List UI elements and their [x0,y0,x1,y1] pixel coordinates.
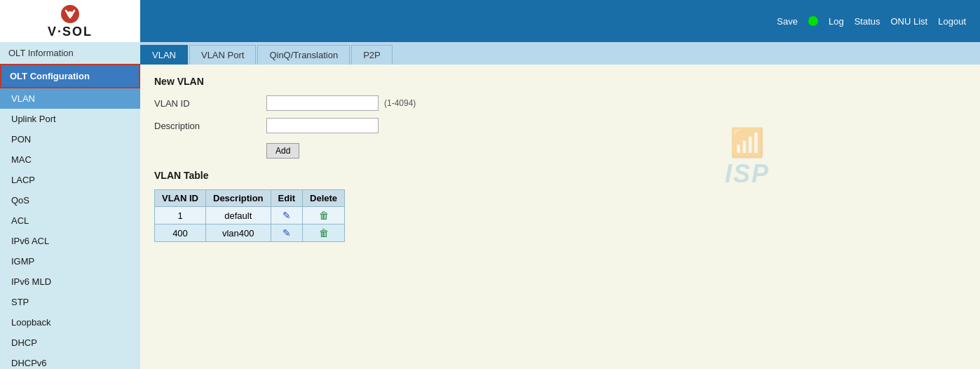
svg-point-1 [67,11,73,17]
vlan-table-section: VLAN Table VLAN ID Description Edit Dele… [154,170,966,242]
description-input[interactable] [266,118,379,133]
tab-qinq-translation[interactable]: QinQ/Translation [257,45,350,65]
vlan-id-cell: 400 [155,224,206,242]
new-vlan-title: New VLAN [154,76,966,87]
table-row: 400vlan400✎🗑 [155,224,345,242]
delete-cell: 🗑 [303,207,345,224]
vlan-table: VLAN ID Description Edit Delete 1default… [154,189,345,242]
onu-list-link[interactable]: ONU List [891,16,928,27]
table-header-row: VLAN ID Description Edit Delete [155,190,345,207]
save-button[interactable]: Save [777,16,798,27]
description-cell: default [206,207,271,224]
tab-bar: VLAN VLAN Port QinQ/Translation P2P [140,42,980,65]
col-delete: Delete [303,190,345,207]
vlan-id-input[interactable] [266,95,379,111]
sidebar-olt-info: OLT Information [0,42,140,64]
col-description: Description [206,190,271,207]
logo-area: V·SOL [0,0,140,42]
log-link[interactable]: Log [829,16,844,27]
sidebar-item-igmp[interactable]: IGMP [0,251,140,271]
edit-button[interactable]: ✎ [283,227,291,239]
isp-wifi-icon: 📶 [725,126,770,159]
tab-vlan[interactable]: VLAN [140,45,188,65]
table-row: 1default✎🗑 [155,207,345,224]
isp-text: ISP [725,159,770,189]
description-row: Description [154,118,966,133]
delete-button[interactable]: 🗑 [319,227,329,239]
status-indicator [808,16,818,26]
content-area: New VLAN VLAN ID (1-4094) Description Ad… [140,65,980,253]
sidebar-item-uplink-port[interactable]: Uplink Port [0,109,140,129]
header: Save Log Status ONU List Logout [0,0,980,42]
col-vlan-id: VLAN ID [155,190,206,207]
header-actions: Save Log Status ONU List Logout [777,16,966,27]
logout-link[interactable]: Logout [938,16,966,27]
main-content: VLAN VLAN Port QinQ/Translation P2P New … [140,42,980,369]
sidebar: OLT Information OLT Configuration VLAN U… [0,42,140,369]
vlan-id-hint: (1-4094) [384,98,416,108]
delete-cell: 🗑 [303,224,345,242]
delete-button[interactable]: 🗑 [319,210,329,221]
vlan-table-title: VLAN Table [154,170,966,181]
sidebar-item-dhcpv6[interactable]: DHCPv6 [0,353,140,369]
description-label: Description [154,121,266,131]
edit-cell: ✎ [271,224,303,242]
tab-vlan-port[interactable]: VLAN Port [189,45,256,65]
sidebar-item-dhcp[interactable]: DHCP [0,333,140,353]
isp-watermark: 📶 ISP [725,126,770,189]
sidebar-item-pon[interactable]: PON [0,129,140,149]
vlan-id-row: VLAN ID (1-4094) [154,95,966,111]
add-button-row: Add [154,140,966,159]
status-link[interactable]: Status [855,16,880,27]
sidebar-item-ipv6-acl[interactable]: IPv6 ACL [0,231,140,251]
vlan-id-label: VLAN ID [154,98,266,109]
sidebar-item-stp[interactable]: STP [0,292,140,312]
main-layout: OLT Information OLT Configuration VLAN U… [0,42,980,369]
vlan-id-cell: 1 [155,207,206,224]
edit-cell: ✎ [271,207,303,224]
edit-button[interactable]: ✎ [283,210,291,221]
sidebar-item-loopback[interactable]: Loopback [0,312,140,333]
sidebar-item-ipv6-mld[interactable]: IPv6 MLD [0,271,140,292]
sidebar-olt-config[interactable]: OLT Configuration [0,64,140,88]
add-button[interactable]: Add [266,143,299,159]
sidebar-item-lacp[interactable]: LACP [0,170,140,190]
sidebar-item-vlan[interactable]: VLAN [0,88,140,109]
col-edit: Edit [271,190,303,207]
sidebar-item-acl[interactable]: ACL [0,210,140,231]
description-cell: vlan400 [206,224,271,242]
tab-p2p[interactable]: P2P [351,45,393,65]
logo: V·SOL [48,4,93,39]
logo-text: V·SOL [48,25,93,39]
logo-icon [56,4,84,25]
sidebar-item-qos[interactable]: QoS [0,190,140,210]
sidebar-item-mac[interactable]: MAC [0,149,140,170]
